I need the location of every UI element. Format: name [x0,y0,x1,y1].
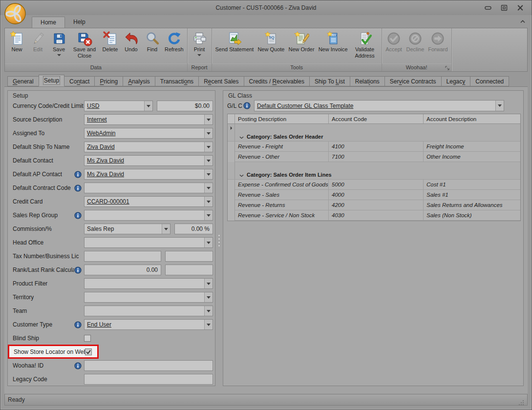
checkbox-blind-ship[interactable] [84,335,91,342]
column-header-account-description[interactable]: Account Description [424,114,520,124]
ribbon-button-send-statement[interactable]: Send Statement [213,29,256,53]
tab-connected[interactable]: Connected [470,76,509,86]
tab-general[interactable]: General [7,76,39,86]
table-row[interactable]: Revenue - Other7100Other Income [228,152,520,162]
ribbon-button-new-invoice[interactable]: INVNew Invoice [317,29,350,53]
table-row[interactable]: Revenue - Freight4100Freight Income [228,142,520,152]
minimize-button[interactable] [484,5,491,11]
tab-ship-to-list[interactable]: Ship To List [309,76,350,86]
info-icon[interactable] [74,362,82,369]
dropdown-arrow-icon[interactable] [204,183,213,193]
collapse-chevron-icon[interactable] [239,170,244,179]
dropdown-arrow-icon[interactable] [197,54,201,56]
tab-recent-sales[interactable]: Recent Sales [198,76,244,86]
dropdown-arrow-icon[interactable] [204,306,213,316]
gl-class-template-link[interactable]: Default Customer GL Class Template [255,101,495,111]
combo-head-office[interactable] [84,237,213,248]
ribbon-button-save-and-close[interactable]: Save and Close [69,29,100,59]
maximize-button[interactable] [500,5,508,11]
ribbon-button-undo[interactable]: Undo [121,29,142,53]
tab-pricing[interactable]: Pricing [94,76,123,86]
percent-field[interactable]: 0.00 % [174,224,213,234]
dropdown-arrow-icon[interactable] [204,238,213,247]
ribbon-tab-home[interactable]: Home [32,17,65,28]
ribbon-button-new-order[interactable]: New Order [286,29,316,53]
field-value-link[interactable]: Internet [85,115,204,124]
ribbon-button-new-quote[interactable]: SQNew Quote [255,29,286,53]
dropdown-arrow-icon[interactable] [204,320,213,329]
combo-default-ap-contact[interactable]: Ms Ziva David [84,169,213,180]
text-field[interactable]: 0.00 [84,265,161,275]
dialog-launcher-icon[interactable] [445,65,450,70]
tab-contact[interactable]: Contact [64,76,95,86]
currency-field[interactable]: $0.00 [157,101,213,111]
combo-product-filter[interactable] [84,278,213,289]
ribbon-tab-help[interactable]: Help [65,17,94,28]
combo-customer-type[interactable]: End User [84,319,213,330]
ribbon-button-find[interactable]: Find [142,29,163,53]
info-icon[interactable] [74,184,82,192]
combo-default-ship-to-name[interactable]: Ziva David [84,142,213,152]
table-row[interactable]: Revenue - Returns4200Sales Returns and A… [228,200,520,210]
info-icon[interactable] [74,321,82,328]
combo-credit-card[interactable]: CCARD-000001 [84,196,213,207]
dropdown-arrow-icon[interactable] [204,292,213,302]
field-value-link[interactable]: Ziva David [85,142,204,152]
tab-transactions[interactable]: Transactions [155,76,199,86]
combo-default-contact[interactable]: Ms Ziva David [84,155,213,166]
ribbon-button-validate-address[interactable]: Validate Address [350,29,380,59]
field-value-link[interactable]: USD [85,101,144,111]
column-header-account-code[interactable]: Account Code [329,114,424,124]
dropdown-arrow-icon[interactable] [162,224,170,234]
ribbon-button-save[interactable]: Save [48,29,69,56]
table-row[interactable]: Revenue - Sales4000Sales #1 [228,190,520,200]
combo-source-description[interactable]: Internet [84,114,213,125]
text-field[interactable] [165,251,213,262]
info-icon[interactable] [74,212,82,219]
ribbon-button-print[interactable]: Print [189,29,210,56]
field-value-link[interactable]: End User [85,320,204,329]
combo-commission[interactable]: Sales Rep [84,224,170,234]
info-icon[interactable] [243,102,251,109]
field-value-link[interactable]: CCARD-000001 [85,197,204,206]
ribbon-button-delete[interactable]: Delete [100,29,121,53]
field-value-link[interactable]: WebAdmin [85,128,204,138]
table-row[interactable]: Revenue - Service / Non Stock4030Sales (… [228,210,520,221]
ribbon-button-new[interactable]: New [6,29,27,53]
dropdown-arrow-icon[interactable] [144,101,152,111]
checkbox-show-store-locator-on-web[interactable] [85,348,92,355]
info-icon[interactable] [74,266,82,274]
dropdown-arrow-icon[interactable] [57,54,61,56]
dropdown-arrow-icon[interactable] [204,197,213,206]
tab-service-contracts[interactable]: Service Contracts [384,76,442,86]
text-field[interactable] [165,265,213,275]
dropdown-arrow-icon[interactable] [204,115,213,124]
field-value-link[interactable]: Ms Ziva David [85,156,204,165]
column-header-posting-description[interactable]: Posting Description [235,114,329,124]
tab-relations[interactable]: Relations [350,76,385,86]
category-row[interactable]: Category: Sales Order Item Lines [228,170,520,180]
dropdown-arrow-icon[interactable] [204,142,213,152]
text-field[interactable] [84,251,161,262]
combo-currency-code-credit-limit[interactable]: USD [84,101,153,111]
tab-setup[interactable]: Setup [39,75,64,86]
category-row[interactable]: Category: Sales Order Header [228,132,520,142]
dropdown-arrow-icon[interactable] [204,128,213,138]
text-field[interactable] [84,360,213,371]
combo-assigned-to[interactable]: WebAdmin [84,128,213,139]
combo-default-contract-code[interactable] [84,183,213,193]
combo-sales-rep-group[interactable] [84,210,213,221]
tab-credits-receivables[interactable]: Credits / Receivables [244,76,310,86]
collapse-ribbon-button[interactable] [518,16,528,26]
close-button[interactable] [516,5,524,11]
panel-splitter[interactable] [218,234,220,246]
tab-analysis[interactable]: Analysis [123,76,155,86]
combo-team[interactable] [84,306,213,316]
ribbon-button-refresh[interactable]: Refresh [163,29,186,53]
tab-legacy[interactable]: Legacy [441,76,471,86]
dropdown-arrow-icon[interactable] [204,156,213,165]
info-icon[interactable] [74,171,82,178]
gl-class-select[interactable]: Default Customer GL Class Template [254,100,504,111]
collapse-chevron-icon[interactable] [239,132,244,141]
dropdown-arrow-icon[interactable] [204,279,213,288]
